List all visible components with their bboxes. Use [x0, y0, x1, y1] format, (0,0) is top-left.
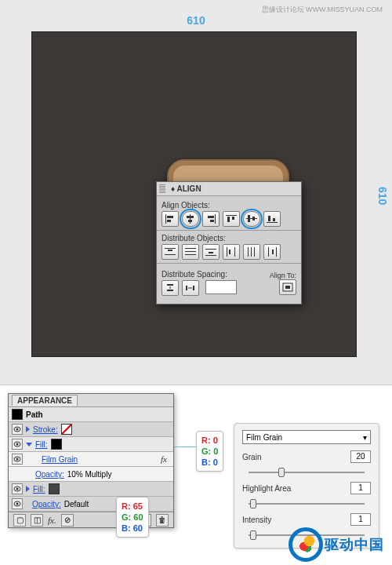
svg-rect-24: [205, 249, 216, 250]
svg-rect-10: [227, 217, 230, 222]
appearance-stroke-row[interactable]: Stroke:: [9, 422, 173, 437]
intensity-label: Intensity: [242, 516, 271, 524]
clear-button[interactable]: ⊘: [61, 514, 74, 527]
dimension-width: 610: [0, 14, 392, 27]
fill-swatch[interactable]: [49, 483, 60, 494]
align-left-button[interactable]: [162, 211, 179, 227]
align-to-button[interactable]: [279, 279, 296, 295]
connector-line: [174, 447, 198, 447]
delete-button[interactable]: 🗑: [156, 514, 169, 527]
dist-vcenter-button[interactable]: [182, 244, 199, 260]
svg-rect-7: [208, 216, 214, 218]
align-panel-header[interactable]: ♦ ALIGN: [157, 182, 301, 196]
effect-select[interactable]: Film Grain ▾: [242, 430, 371, 444]
svg-rect-20: [168, 250, 172, 251]
svg-rect-9: [226, 215, 237, 216]
svg-point-43: [16, 428, 19, 431]
path-label: Path: [26, 410, 43, 419]
svg-rect-29: [229, 250, 230, 254]
opacity-label[interactable]: Opacity:: [35, 470, 64, 479]
dist-top-button[interactable]: [162, 244, 179, 260]
dimension-height: 610: [376, 187, 389, 205]
appearance-fill1-row[interactable]: Fill:: [9, 437, 173, 452]
tutorial-top: 思缘设计论坛 WWW.MISSYUAN.COM 610 610 ♦ ALIGN …: [0, 0, 392, 385]
chevron-down-icon: ▾: [363, 433, 367, 442]
svg-rect-6: [215, 214, 216, 224]
collapse-icon[interactable]: [26, 443, 32, 447]
svg-rect-21: [185, 248, 196, 249]
dist-space-v-button[interactable]: [162, 280, 179, 296]
fill-label[interactable]: Fill:: [33, 485, 45, 494]
dist-space-h-button[interactable]: [182, 280, 199, 296]
grain-value[interactable]: 20: [350, 450, 371, 463]
add-effect-button[interactable]: fx.: [48, 516, 56, 525]
stroke-swatch[interactable]: [61, 424, 72, 435]
appearance-tab[interactable]: APPEARANCE: [12, 395, 78, 406]
visibility-icon[interactable]: [12, 439, 23, 450]
visibility-icon[interactable]: [12, 483, 23, 494]
highlight-slider[interactable]: [249, 499, 365, 508]
svg-rect-25: [205, 255, 216, 256]
new-fill-button[interactable]: ▢: [13, 514, 26, 527]
expand-icon[interactable]: [26, 486, 30, 492]
svg-rect-14: [252, 217, 255, 221]
fill-swatch[interactable]: [51, 439, 62, 450]
align-top-button[interactable]: [223, 211, 240, 227]
opacity-value: Default: [64, 500, 89, 508]
svg-rect-5: [188, 220, 192, 222]
opacity-label[interactable]: Opacity:: [32, 500, 61, 508]
path-thumb-icon: [12, 409, 23, 420]
align-vcenter-button[interactable]: [243, 211, 260, 227]
distribute-objects-label: Distribute Objects:: [162, 234, 296, 242]
dist-right-button[interactable]: [263, 244, 281, 260]
dist-left-button[interactable]: [223, 244, 240, 260]
filmgrain-effect-link[interactable]: Film Grain: [42, 455, 78, 464]
stroke-label[interactable]: Stroke:: [33, 425, 58, 434]
svg-rect-28: [234, 247, 235, 257]
svg-rect-41: [285, 286, 290, 289]
svg-rect-8: [210, 220, 214, 222]
distribute-spacing-label: Distribute Spacing:: [162, 270, 270, 279]
svg-rect-30: [248, 247, 249, 257]
visibility-icon[interactable]: [12, 498, 23, 509]
visibility-icon[interactable]: [12, 454, 23, 465]
intensity-value[interactable]: 1: [350, 513, 371, 526]
appearance-opacity1-row[interactable]: Opacity: 10% Multiply: [9, 467, 173, 482]
svg-rect-4: [187, 216, 194, 218]
svg-rect-17: [273, 218, 275, 221]
svg-rect-1: [167, 216, 173, 218]
svg-rect-27: [227, 247, 227, 257]
distribute-objects-row: [162, 244, 296, 260]
tutorial-bottom: APPEARANCE Path Stroke: Fill: Film Grain…: [0, 385, 392, 565]
grain-slider[interactable]: [249, 468, 365, 477]
align-hcenter-button[interactable]: [182, 211, 199, 227]
dist-bottom-button[interactable]: [202, 244, 220, 260]
appearance-filmgrain-row[interactable]: Film Grain fx: [9, 452, 173, 467]
svg-rect-35: [272, 250, 274, 254]
appearance-path-row[interactable]: Path: [9, 407, 173, 422]
svg-rect-37: [167, 290, 173, 291]
highlight-value[interactable]: 1: [350, 482, 371, 494]
svg-rect-18: [165, 248, 176, 249]
align-panel-title: ♦ ALIGN: [168, 184, 205, 193]
opacity-value: 10% Multiply: [67, 470, 112, 479]
svg-rect-3: [190, 214, 191, 224]
svg-rect-33: [268, 247, 269, 257]
new-stroke-button[interactable]: ◫: [31, 514, 43, 527]
rgb-callout-gray: R: 65G: 60B: 60: [116, 497, 149, 538]
spacing-value-input[interactable]: [205, 280, 237, 294]
brand-logo-icon: [289, 527, 323, 562]
svg-rect-2: [167, 220, 171, 222]
svg-rect-34: [276, 247, 277, 257]
fill-label[interactable]: Fill:: [35, 440, 48, 449]
svg-rect-31: [251, 247, 252, 257]
align-bottom-button[interactable]: [263, 211, 281, 227]
appearance-fill2-row[interactable]: Fill:: [9, 482, 173, 497]
dist-hcenter-button[interactable]: [243, 244, 260, 260]
align-right-button[interactable]: [202, 211, 220, 227]
expand-icon[interactable]: [26, 426, 30, 432]
svg-point-45: [16, 443, 19, 446]
align-objects-row: [162, 211, 296, 227]
effect-select-value: Film Grain: [246, 433, 282, 442]
visibility-icon[interactable]: [12, 424, 23, 435]
